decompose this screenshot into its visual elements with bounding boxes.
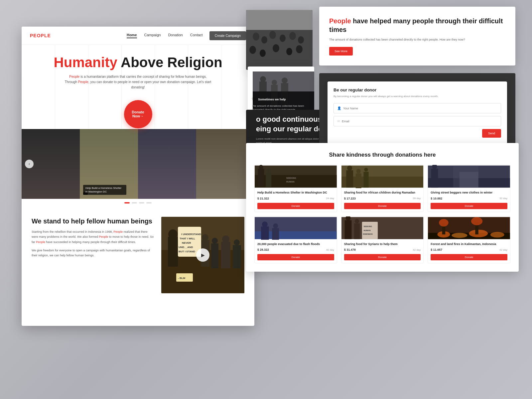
svg-point-77 [260, 76, 266, 82]
send-button[interactable]: Send [482, 129, 501, 138]
donor-form-heading: Be our regular donor [333, 87, 501, 92]
svg-rect-36 [225, 164, 230, 181]
svg-rect-14 [89, 149, 97, 176]
svg-point-110 [273, 223, 278, 228]
right-description: The amount of donations collected has be… [329, 37, 505, 42]
card-4-days: 40 day [326, 248, 334, 251]
slide-prev-button[interactable]: ‹ [25, 160, 34, 168]
card-3-stats: $ 10.882 32 day [431, 197, 507, 200]
card-6-stats: $ 11.657 42 day [431, 248, 507, 251]
card-6-days: 42 day [499, 248, 507, 251]
card-1-donate-button[interactable]: Donate [257, 203, 334, 209]
regular-donor-form: Be our regular donor By becoming a regul… [328, 81, 507, 144]
svg-rect-19 [138, 129, 196, 199]
svg-rect-20 [144, 156, 152, 179]
svg-rect-10 [67, 156, 73, 171]
svg-rect-38 [232, 159, 239, 181]
svg-point-63 [253, 33, 259, 41]
svg-point-70 [260, 50, 266, 57]
svg-rect-95 [355, 174, 361, 188]
svg-rect-102 [431, 169, 438, 188]
svg-text:SEEKING: SEEKING [33, 154, 43, 156]
nav-contact[interactable]: Contact [190, 33, 203, 38]
card-1-title: Help Build a Homeless Shelter in Washing… [257, 191, 334, 195]
svg-rect-32 [207, 156, 215, 181]
right-top-image-window [246, 10, 313, 70]
dot-3[interactable] [139, 202, 144, 203]
svg-rect-61 [246, 10, 313, 30]
slideshow-dots [22, 199, 254, 207]
nav-campaign[interactable]: Campaign [144, 33, 161, 38]
card-4-donate-button[interactable]: Donate [257, 254, 334, 260]
svg-point-127 [439, 219, 449, 226]
card-3-body: Giving street beggars new clothes in win… [428, 188, 510, 212]
create-campaign-button[interactable]: Create Campaign [209, 31, 246, 40]
card-2-donate-button[interactable]: Donate [344, 203, 421, 209]
card-6-amount: $ 11.657 [431, 248, 442, 251]
info-header: ♡ Sometimes we help [252, 97, 310, 102]
email-icon: ✉ [337, 119, 340, 123]
card-3-title: Giving street beggars new clothes in win… [431, 191, 507, 195]
svg-rect-111 [341, 217, 424, 239]
info-title: Sometimes we help [258, 98, 286, 101]
svg-rect-1 [41, 146, 51, 166]
card-3-donate-button[interactable]: Donate [431, 203, 507, 209]
svg-point-69 [249, 46, 256, 54]
svg-point-108 [262, 221, 268, 227]
svg-rect-16 [106, 139, 126, 169]
svg-point-66 [280, 35, 286, 42]
svg-rect-26 [174, 166, 191, 177]
svg-rect-97 [363, 172, 368, 188]
svg-rect-8 [58, 152, 64, 169]
svg-rect-112 [344, 220, 351, 239]
card-6-title: Forest and land fires in Kalimantan, Ind… [431, 242, 507, 246]
svg-point-67 [289, 32, 296, 40]
svg-rect-22 [154, 159, 163, 181]
top-right-image [246, 10, 313, 70]
donations-panel: Share kindness through donations here SE… [246, 143, 519, 272]
card-2-days: 28 day [413, 197, 421, 200]
about-section: We stand to help fellow human beings Sta… [22, 207, 254, 300]
card-5-donate-button[interactable]: Donate [344, 254, 421, 260]
heart-icon: ♡ [252, 97, 256, 102]
email-input[interactable] [342, 120, 497, 123]
card-4-title: 20,000 people evacuated due to flash flo… [257, 242, 334, 246]
svg-point-33 [207, 149, 215, 157]
svg-point-25 [166, 148, 173, 155]
svg-point-81 [282, 77, 288, 83]
brand-logo: PEOPLE [30, 33, 51, 38]
svg-point-73 [296, 45, 303, 53]
card-2-body: Sharing food for African children during… [341, 188, 424, 212]
svg-point-37 [225, 159, 230, 164]
svg-rect-24 [166, 154, 174, 177]
donation-card-6: Forest and land fires in Kalimantan, Ind… [428, 216, 510, 264]
nav-donation[interactable]: Donation [168, 33, 183, 38]
slide-2-caption: Help Build a Homeless Shelter in Washing… [83, 185, 126, 195]
svg-rect-114 [354, 223, 360, 239]
svg-rect-17 [109, 136, 122, 142]
svg-text:KINDNESS: KINDNESS [363, 233, 373, 235]
see-more-button[interactable]: See More [329, 47, 353, 56]
card-5-amount: $ 31.478 [344, 248, 356, 251]
svg-rect-92 [341, 177, 424, 188]
hero-content: Humanity Above Religion People is a huma… [22, 45, 254, 99]
card-4-stats: $ 28.322 40 day [257, 248, 334, 251]
donate-now-button[interactable]: Donate Now→ [124, 100, 152, 128]
play-button[interactable]: ▶ [196, 248, 209, 262]
donor-form-description: By becoming a regular donor you will alw… [333, 94, 501, 98]
nav-home[interactable]: Home [127, 33, 137, 38]
main-window: PEOPLE Home Campaign Donation Contact Cr… [22, 27, 254, 326]
svg-rect-34 [217, 162, 223, 181]
hero-headline: Humanity Above Religion [35, 55, 241, 70]
about-p2: We give freedom for everyone to open a c… [32, 248, 155, 258]
dot-2[interactable] [132, 202, 137, 203]
dot-4[interactable] [146, 202, 152, 203]
name-input[interactable] [343, 107, 497, 110]
svg-point-79 [272, 80, 277, 85]
donation-cards-grid: SEEKING HUMAN Help Build a Homeless Shel… [254, 165, 510, 263]
svg-point-124 [469, 230, 488, 237]
card-6-donate-button[interactable]: Donate [431, 254, 507, 260]
dot-1[interactable] [124, 202, 130, 203]
svg-point-18 [86, 171, 132, 181]
svg-point-65 [269, 31, 276, 39]
